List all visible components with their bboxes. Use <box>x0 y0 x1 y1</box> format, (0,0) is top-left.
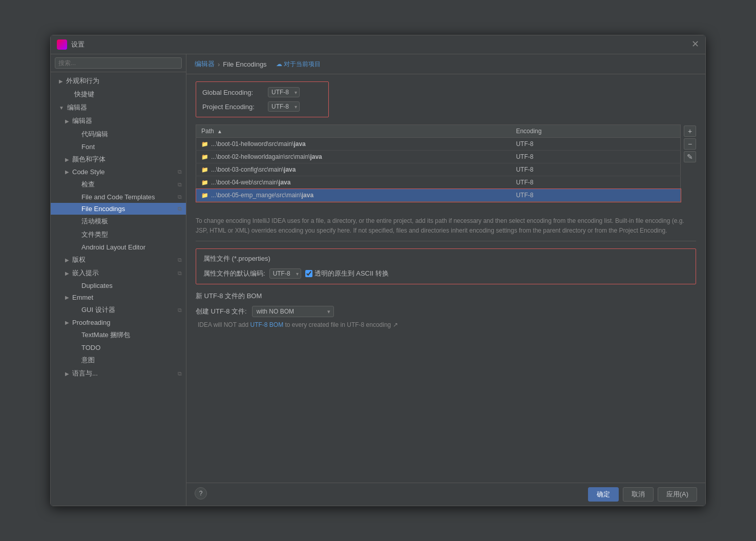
copy-icon: ⧉ <box>178 181 182 188</box>
bom-section-title: 新 UTF-8 文件的 BOM <box>196 292 696 301</box>
encoding-cell: UTF-8 <box>511 189 680 202</box>
sidebar-item-file-types[interactable]: 文件类型 <box>51 228 186 241</box>
sidebar-item-android-layout[interactable]: Android Layout Editor <box>51 241 186 253</box>
sidebar-item-appearance[interactable]: ▶外观和行为 <box>51 74 186 88</box>
sidebar-item-textmate[interactable]: TextMate 捆绑包 <box>51 328 186 342</box>
remove-path-button[interactable]: − <box>684 138 696 150</box>
sidebar-item-file-templates[interactable]: File and Code Templates⧉ <box>51 191 186 203</box>
properties-default-label: 属性文件的默认编码: <box>203 269 265 278</box>
path-text: ...\boot-01-helloword\src\main\ <box>211 140 293 148</box>
sidebar-item-gui[interactable]: GUI 设计器⧉ <box>51 303 186 317</box>
bom-section: 新 UTF-8 文件的 BOM 创建 UTF-8 文件: with NO BOM… <box>196 292 696 328</box>
global-encoding-select[interactable]: UTF-8 <box>268 87 300 97</box>
add-path-button[interactable]: + <box>684 126 696 137</box>
sidebar-item-lang[interactable]: ▶语言与...⧉ <box>51 367 186 380</box>
encoding-header-col: Encoding <box>511 125 680 138</box>
sidebar-item-label: Duplicates <box>81 282 182 289</box>
sidebar-item-file-encodings[interactable]: File Encodings⧉ <box>51 203 186 215</box>
sidebar-item-copyright[interactable]: ▶版权⧉ <box>51 253 186 266</box>
sidebar-item-editor[interactable]: ▼编辑器 <box>51 101 186 114</box>
sidebar-item-label: File Encodings <box>81 205 174 213</box>
file-table: Path ▲ Encoding 📁...\boot-01-helloword\s… <box>196 124 681 202</box>
sidebar-item-embed[interactable]: ▶嵌入提示⧉ <box>51 266 186 280</box>
bom-hint-prefix: IDEA will NOT add <box>198 321 250 328</box>
project-encoding-row: Project Encoding: UTF-8 <box>202 101 322 112</box>
sidebar-item-todo[interactable]: TODO <box>51 342 186 353</box>
dialog-footer: ? 确定 取消 应用(A) <box>186 483 705 506</box>
search-area <box>51 54 186 72</box>
properties-row: 属性文件的默认编码: UTF-8 透明的原生到 ASCII 转换 <box>203 268 688 279</box>
copy-icon: ⧉ <box>178 257 182 263</box>
arrow-icon: ▼ <box>59 105 64 111</box>
main-content: 编辑器 › File Encodings ☁ 对于当前项目 Global Enc… <box>186 54 705 506</box>
sidebar-item-label: 编辑器 <box>72 116 182 126</box>
project-encoding-label: Project Encoding: <box>202 103 264 111</box>
properties-section: 属性文件 (*.properties) 属性文件的默认编码: UTF-8 透明的… <box>196 248 696 284</box>
breadcrumb-project[interactable]: ☁ 对于当前项目 <box>276 60 321 69</box>
sidebar-item-font[interactable]: Font <box>51 141 186 153</box>
sidebar-item-code-style[interactable]: ▶Code Style⧉ <box>51 166 186 178</box>
app-icon <box>57 39 67 50</box>
path-cell: 📁...\boot-01-helloword\src\main\java <box>196 138 511 151</box>
sidebar-item-live-templates[interactable]: 活动模板 <box>51 215 186 228</box>
path-cell: 📁...\boot-02-helloworldagain\src\main\ja… <box>196 151 511 163</box>
project-encoding-select[interactable]: UTF-8 <box>268 101 300 112</box>
bom-select[interactable]: with NO BOM with BOM <box>252 306 334 317</box>
properties-encoding-wrapper: UTF-8 <box>269 268 301 279</box>
path-cell: 📁...\boot-03-config\src\main\java <box>196 163 511 176</box>
global-encoding-select-wrapper: UTF-8 <box>268 87 300 97</box>
file-table-wrapper: Path ▲ Encoding 📁...\boot-01-helloword\s… <box>196 124 696 209</box>
close-button[interactable]: ✕ <box>691 40 699 49</box>
arrow-icon: ▶ <box>65 118 69 124</box>
sidebar-item-label: 检查 <box>81 180 174 189</box>
arrow-icon: ▶ <box>65 270 69 276</box>
sidebar-item-label: 编辑器 <box>67 103 182 112</box>
help-button[interactable]: ? <box>195 487 207 500</box>
folder-icon: 📁 <box>201 154 208 160</box>
path-bold: java <box>302 192 313 199</box>
sidebar-item-label: TODO <box>81 344 182 351</box>
table-row[interactable]: 📁...\boot-02-helloworldagain\src\main\ja… <box>196 151 681 163</box>
sidebar-item-label: TextMate 捆绑包 <box>81 330 182 340</box>
sidebar-item-label: 代码编辑 <box>81 130 182 139</box>
copy-icon: ⧉ <box>178 205 182 212</box>
breadcrumb-current: File Encodings <box>223 60 266 68</box>
edit-path-button[interactable]: ✎ <box>684 151 696 162</box>
table-row[interactable]: 📁...\boot-04-web\src\main\javaUTF-8 <box>196 176 681 189</box>
sidebar-item-label: 活动模板 <box>81 217 182 226</box>
sidebar-item-label: File and Code Templates <box>81 193 174 201</box>
bom-hint: IDEA will NOT add UTF-8 BOM to every cre… <box>198 321 696 328</box>
sidebar-item-label: GUI 设计器 <box>81 305 174 315</box>
sidebar-item-emmet[interactable]: ▶Emmet <box>51 292 186 303</box>
table-row[interactable]: 📁...\boot-01-helloword\src\main\javaUTF-… <box>196 138 681 151</box>
cancel-button[interactable]: 取消 <box>623 487 654 502</box>
path-text: ...\boot-03-config\src\main\ <box>211 166 284 173</box>
copy-icon: ⧉ <box>178 194 182 200</box>
sidebar-item-editor-sub[interactable]: ▶编辑器 <box>51 114 186 128</box>
table-row[interactable]: 📁...\boot-05-emp_mange\src\main\javaUTF-… <box>196 189 681 202</box>
breadcrumb: 编辑器 › File Encodings ☁ 对于当前项目 <box>186 54 705 74</box>
sidebar-item-duplicates[interactable]: Duplicates <box>51 280 186 292</box>
sidebar-item-code-edit[interactable]: 代码编辑 <box>51 128 186 141</box>
confirm-button[interactable]: 确定 <box>588 487 619 502</box>
sidebar-item-keymap[interactable]: 快捷键 <box>51 88 186 101</box>
path-text: ...\boot-04-web\src\main\ <box>211 179 279 186</box>
sidebar-item-color-font[interactable]: ▶颜色和字体 <box>51 153 186 166</box>
info-text: To change encoding IntelliJ IDEA uses fo… <box>196 216 696 241</box>
bom-hint-link[interactable]: UTF-8 BOM <box>250 321 283 328</box>
apply-button[interactable]: 应用(A) <box>658 487 697 502</box>
sidebar-item-proofreading[interactable]: ▶Proofreading <box>51 317 186 328</box>
properties-encoding-select[interactable]: UTF-8 <box>269 268 301 279</box>
table-row[interactable]: 📁...\boot-03-config\src\main\javaUTF-8 <box>196 163 681 176</box>
search-input[interactable] <box>55 57 182 69</box>
encoding-header: Global Encoding: UTF-8 Project Encoding:… <box>196 81 329 117</box>
folder-icon: 📁 <box>201 167 208 173</box>
sidebar-item-inspect[interactable]: 检查⧉ <box>51 178 186 191</box>
bom-select-wrapper: with NO BOM with BOM <box>252 306 334 317</box>
arrow-icon: ▶ <box>65 295 69 300</box>
ascii-convert-label: 透明的原生到 ASCII 转换 <box>314 269 389 278</box>
breadcrumb-editor[interactable]: 编辑器 <box>195 59 215 69</box>
sidebar-item-intention[interactable]: 意图 <box>51 353 186 367</box>
ascii-convert-checkbox[interactable] <box>305 270 312 277</box>
sidebar-item-label: Emmet <box>72 294 182 301</box>
